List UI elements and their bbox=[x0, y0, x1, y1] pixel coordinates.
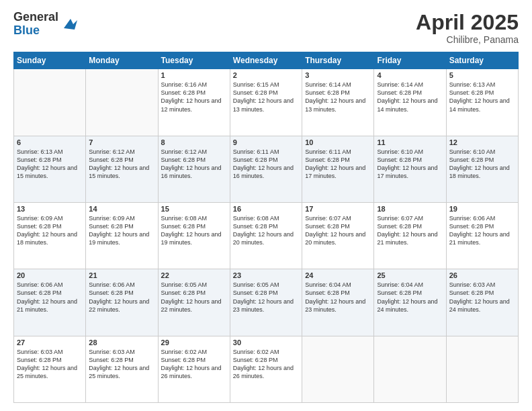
day-number: 20 bbox=[17, 271, 83, 279]
calendar-cell: 11Sunrise: 6:10 AMSunset: 6:28 PMDayligh… bbox=[374, 136, 446, 202]
calendar-cell: 12Sunrise: 6:10 AMSunset: 6:28 PMDayligh… bbox=[446, 136, 518, 202]
day-info: Sunrise: 6:05 AMSunset: 6:28 PMDaylight:… bbox=[233, 281, 299, 314]
calendar-cell: 5Sunrise: 6:13 AMSunset: 6:28 PMDaylight… bbox=[446, 69, 518, 136]
logo-general: General bbox=[13, 11, 58, 24]
day-number: 22 bbox=[161, 271, 227, 279]
day-info: Sunrise: 6:06 AMSunset: 6:28 PMDaylight:… bbox=[17, 281, 83, 314]
weekday-header-thursday: Thursday bbox=[302, 52, 374, 69]
day-number: 17 bbox=[305, 205, 371, 213]
day-info: Sunrise: 6:04 AMSunset: 6:28 PMDaylight:… bbox=[305, 281, 371, 314]
day-number: 7 bbox=[89, 138, 154, 146]
day-number: 10 bbox=[305, 138, 371, 146]
day-number: 14 bbox=[89, 205, 154, 213]
calendar-cell: 13Sunrise: 6:09 AMSunset: 6:28 PMDayligh… bbox=[14, 202, 86, 269]
week-row-5: 27Sunrise: 6:03 AMSunset: 6:28 PMDayligh… bbox=[14, 336, 519, 402]
day-info: Sunrise: 6:03 AMSunset: 6:28 PMDaylight:… bbox=[89, 348, 154, 381]
calendar-cell: 18Sunrise: 6:07 AMSunset: 6:28 PMDayligh… bbox=[374, 202, 446, 269]
weekday-header-row: SundayMondayTuesdayWednesdayThursdayFrid… bbox=[14, 52, 519, 69]
title-block: April 2025 Chilibre, Panama bbox=[416, 11, 519, 45]
day-number: 2 bbox=[233, 71, 299, 79]
calendar-cell: 22Sunrise: 6:05 AMSunset: 6:28 PMDayligh… bbox=[158, 269, 230, 336]
page: General Blue April 2025 Chilibre, Panama… bbox=[0, 0, 532, 411]
header: General Blue April 2025 Chilibre, Panama bbox=[13, 11, 519, 45]
day-number: 23 bbox=[233, 271, 299, 279]
day-info: Sunrise: 6:10 AMSunset: 6:28 PMDaylight:… bbox=[449, 148, 515, 181]
day-info: Sunrise: 6:08 AMSunset: 6:28 PMDaylight:… bbox=[161, 214, 227, 247]
calendar-cell: 16Sunrise: 6:08 AMSunset: 6:28 PMDayligh… bbox=[230, 202, 302, 269]
weekday-header-monday: Monday bbox=[86, 52, 158, 69]
day-number: 18 bbox=[377, 205, 443, 213]
day-number: 30 bbox=[233, 338, 299, 347]
day-info: Sunrise: 6:07 AMSunset: 6:28 PMDaylight:… bbox=[305, 214, 371, 247]
day-number: 1 bbox=[161, 71, 227, 79]
calendar-cell: 23Sunrise: 6:05 AMSunset: 6:28 PMDayligh… bbox=[230, 269, 302, 336]
calendar-cell: 30Sunrise: 6:02 AMSunset: 6:28 PMDayligh… bbox=[230, 336, 302, 402]
calendar-cell: 14Sunrise: 6:09 AMSunset: 6:28 PMDayligh… bbox=[86, 202, 158, 269]
day-info: Sunrise: 6:02 AMSunset: 6:28 PMDaylight:… bbox=[233, 348, 299, 381]
calendar-cell: 25Sunrise: 6:04 AMSunset: 6:28 PMDayligh… bbox=[374, 269, 446, 336]
day-info: Sunrise: 6:16 AMSunset: 6:28 PMDaylight:… bbox=[161, 81, 227, 113]
calendar-cell bbox=[374, 336, 446, 402]
day-number: 29 bbox=[161, 338, 227, 347]
day-number: 15 bbox=[161, 205, 227, 213]
calendar-cell bbox=[302, 336, 374, 402]
day-info: Sunrise: 6:09 AMSunset: 6:28 PMDaylight:… bbox=[89, 214, 154, 247]
day-info: Sunrise: 6:06 AMSunset: 6:28 PMDaylight:… bbox=[89, 281, 154, 314]
calendar-cell bbox=[446, 336, 518, 402]
logo-blue: Blue bbox=[13, 24, 58, 38]
day-info: Sunrise: 6:06 AMSunset: 6:28 PMDaylight:… bbox=[449, 214, 515, 247]
day-info: Sunrise: 6:14 AMSunset: 6:28 PMDaylight:… bbox=[305, 81, 371, 113]
weekday-header-sunday: Sunday bbox=[14, 52, 86, 69]
calendar-cell: 8Sunrise: 6:12 AMSunset: 6:28 PMDaylight… bbox=[158, 136, 230, 202]
logo-text: General Blue bbox=[13, 11, 58, 38]
week-row-4: 20Sunrise: 6:06 AMSunset: 6:28 PMDayligh… bbox=[14, 269, 519, 336]
calendar-cell: 1Sunrise: 6:16 AMSunset: 6:28 PMDaylight… bbox=[158, 69, 230, 136]
calendar-cell: 10Sunrise: 6:11 AMSunset: 6:28 PMDayligh… bbox=[302, 136, 374, 202]
calendar-cell: 29Sunrise: 6:02 AMSunset: 6:28 PMDayligh… bbox=[158, 336, 230, 402]
calendar-cell: 3Sunrise: 6:14 AMSunset: 6:28 PMDaylight… bbox=[302, 69, 374, 136]
day-info: Sunrise: 6:03 AMSunset: 6:28 PMDaylight:… bbox=[17, 348, 83, 381]
day-info: Sunrise: 6:13 AMSunset: 6:28 PMDaylight:… bbox=[449, 81, 515, 113]
day-info: Sunrise: 6:02 AMSunset: 6:28 PMDaylight:… bbox=[161, 348, 227, 381]
day-number: 8 bbox=[161, 138, 227, 146]
day-info: Sunrise: 6:15 AMSunset: 6:28 PMDaylight:… bbox=[233, 81, 299, 113]
weekday-header-friday: Friday bbox=[374, 52, 446, 69]
calendar-cell: 19Sunrise: 6:06 AMSunset: 6:28 PMDayligh… bbox=[446, 202, 518, 269]
week-row-3: 13Sunrise: 6:09 AMSunset: 6:28 PMDayligh… bbox=[14, 202, 519, 269]
day-info: Sunrise: 6:03 AMSunset: 6:28 PMDaylight:… bbox=[449, 281, 515, 314]
calendar-cell: 15Sunrise: 6:08 AMSunset: 6:28 PMDayligh… bbox=[158, 202, 230, 269]
day-info: Sunrise: 6:10 AMSunset: 6:28 PMDaylight:… bbox=[377, 148, 443, 181]
day-number: 27 bbox=[17, 338, 83, 347]
logo: General Blue bbox=[13, 11, 80, 38]
calendar-cell: 27Sunrise: 6:03 AMSunset: 6:28 PMDayligh… bbox=[14, 336, 86, 402]
day-number: 6 bbox=[17, 138, 83, 146]
day-number: 28 bbox=[89, 338, 154, 347]
calendar-cell: 26Sunrise: 6:03 AMSunset: 6:28 PMDayligh… bbox=[446, 269, 518, 336]
calendar-cell: 7Sunrise: 6:12 AMSunset: 6:28 PMDaylight… bbox=[86, 136, 158, 202]
day-number: 26 bbox=[449, 271, 515, 279]
calendar-cell bbox=[86, 69, 158, 136]
logo-bird-icon bbox=[61, 15, 80, 34]
location-subtitle: Chilibre, Panama bbox=[416, 34, 519, 45]
day-number: 3 bbox=[305, 71, 371, 79]
calendar-cell: 21Sunrise: 6:06 AMSunset: 6:28 PMDayligh… bbox=[86, 269, 158, 336]
day-info: Sunrise: 6:13 AMSunset: 6:28 PMDaylight:… bbox=[17, 148, 83, 181]
day-number: 13 bbox=[17, 205, 83, 213]
day-number: 9 bbox=[233, 138, 299, 146]
day-number: 21 bbox=[89, 271, 154, 279]
day-info: Sunrise: 6:05 AMSunset: 6:28 PMDaylight:… bbox=[161, 281, 227, 314]
day-info: Sunrise: 6:12 AMSunset: 6:28 PMDaylight:… bbox=[161, 148, 227, 181]
svg-marker-0 bbox=[64, 19, 77, 30]
week-row-2: 6Sunrise: 6:13 AMSunset: 6:28 PMDaylight… bbox=[14, 136, 519, 202]
day-number: 5 bbox=[449, 71, 515, 79]
day-number: 19 bbox=[449, 205, 515, 213]
day-info: Sunrise: 6:09 AMSunset: 6:28 PMDaylight:… bbox=[17, 214, 83, 247]
weekday-header-tuesday: Tuesday bbox=[158, 52, 230, 69]
day-info: Sunrise: 6:04 AMSunset: 6:28 PMDaylight:… bbox=[377, 281, 443, 314]
calendar-cell: 20Sunrise: 6:06 AMSunset: 6:28 PMDayligh… bbox=[14, 269, 86, 336]
day-number: 11 bbox=[377, 138, 443, 146]
calendar-cell: 6Sunrise: 6:13 AMSunset: 6:28 PMDaylight… bbox=[14, 136, 86, 202]
day-info: Sunrise: 6:08 AMSunset: 6:28 PMDaylight:… bbox=[233, 214, 299, 247]
weekday-header-wednesday: Wednesday bbox=[230, 52, 302, 69]
day-info: Sunrise: 6:11 AMSunset: 6:28 PMDaylight:… bbox=[233, 148, 299, 181]
